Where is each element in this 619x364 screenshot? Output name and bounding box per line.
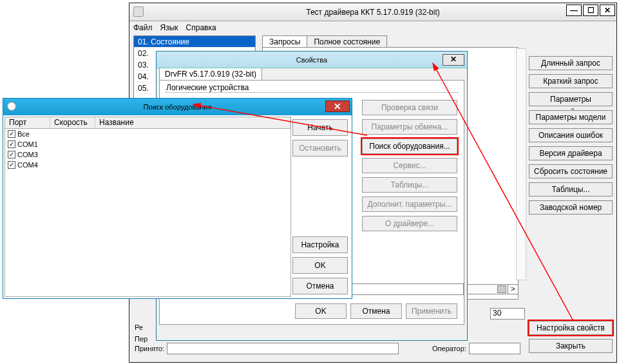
service-button[interactable]: Сервис... [362,158,457,173]
close-app-button[interactable]: Закрыть [529,339,613,353]
long-request-button[interactable]: Длинный запрос [529,56,613,70]
menu-file[interactable]: Файл [133,23,153,32]
timeout-field[interactable]: 30 [490,308,525,320]
checkbox[interactable] [8,151,15,158]
menu-help[interactable]: Справка [186,23,216,32]
maximize-button[interactable]: ☐ [583,5,598,16]
configure-properties-button[interactable]: Настройка свойств [529,321,613,335]
received-field[interactable] [167,343,399,354]
start-search-button[interactable]: Начать [292,119,348,136]
list-item[interactable]: Все [5,129,290,139]
search-equipment-dialog: Поиск оборудования ✕ Порт Скорость Назва… [3,98,352,299]
search-config-button[interactable]: Настройка [292,236,348,253]
scroll-right-icon[interactable]: > [508,285,518,294]
main-title: Тест драйвера ККТ 5.17.0.919 (32-bit) [306,8,440,17]
scroll-thumb[interactable] [497,285,506,293]
properties-titlebar: Свойства ✕ [157,52,467,68]
checkbox[interactable] [8,130,15,138]
error-desc-button[interactable]: Описания ошибок [529,128,613,142]
properties-ok-button[interactable]: OK [295,303,347,319]
search-title: Поиск оборудования [144,103,212,111]
tab-requests[interactable]: Запросы [262,35,307,48]
received-label: Принято: [135,345,164,352]
reset-state-button[interactable]: Сбросить состояние [529,164,613,178]
model-params-button[interactable]: Параметры модели [529,110,613,124]
properties-title: Свойства [296,56,327,64]
main-titlebar: Тест драйвера ККТ 5.17.0.919 (32-bit) — … [129,3,616,21]
tables-prop-button[interactable]: Таблицы... [362,177,457,193]
vertical-scrollbar[interactable] [516,48,526,280]
short-request-button[interactable]: Краткий запрос [529,74,613,88]
driver-version-button[interactable]: Версия драйвера [529,146,613,160]
magnifier-icon [7,102,16,111]
tabs: Запросы Полное состояние [262,35,386,48]
result-label: Ре [135,323,143,331]
properties-cancel-button[interactable]: Отмена [350,303,402,319]
properties-apply-button[interactable]: Применить [406,303,457,319]
search-ok-button[interactable]: OK [292,257,348,274]
properties-tab[interactable]: DrvFR v5.17.0.919 (32-bit) [159,68,262,80]
search-close-button[interactable]: ✕ [325,101,350,112]
properties-close-button[interactable]: ✕ [443,54,464,66]
exchange-params-button[interactable]: Параметры обмена... [362,119,457,135]
right-button-panel: Длинный запрос Краткий запрос Параметры … [529,56,613,215]
checkbox[interactable] [8,161,15,169]
list-item[interactable]: COM4 [5,160,290,170]
sent-label: Пер [135,335,148,343]
operator-field[interactable] [469,343,520,354]
checkbox[interactable] [8,140,15,148]
logical-devices-label: Логические устройства [166,83,249,92]
tab-full-state[interactable]: Полное состояние [307,35,387,48]
close-button[interactable]: ✕ [600,5,615,16]
stop-search-button[interactable]: Остановить [292,140,348,157]
minimize-button[interactable]: — [566,5,582,16]
check-connection-button[interactable]: Проверка связи [362,100,457,115]
search-cancel-button[interactable]: Отмена [292,278,348,294]
tables-button[interactable]: Таблицы... [529,182,613,196]
about-driver-button[interactable]: О драйвере... [362,216,457,231]
header-port[interactable]: Порт [5,117,50,128]
extra-params-button[interactable]: Дополнит. параметры... [362,196,457,212]
device-params-button[interactable]: Параметры устройства [529,92,613,106]
operator-label: Оператор: [432,345,466,352]
menu-lang[interactable]: Язык [160,23,178,32]
header-name[interactable]: Название [95,117,290,128]
search-equipment-button[interactable]: Поиск оборудования... [362,139,457,154]
list-item[interactable]: COM3 [5,149,290,160]
port-list: Порт Скорость Название Все COM1 COM3 COM… [5,117,291,297]
app-icon [133,6,144,17]
sidebar-item[interactable]: 01. Состояние [134,36,255,48]
list-item[interactable]: COM1 [5,139,290,149]
factory-number-button[interactable]: Заводской номер [529,200,613,215]
search-titlebar: Поиск оборудования ✕ [3,99,352,115]
menubar: Файл Язык Справка [129,21,616,34]
header-speed[interactable]: Скорость [50,117,95,128]
